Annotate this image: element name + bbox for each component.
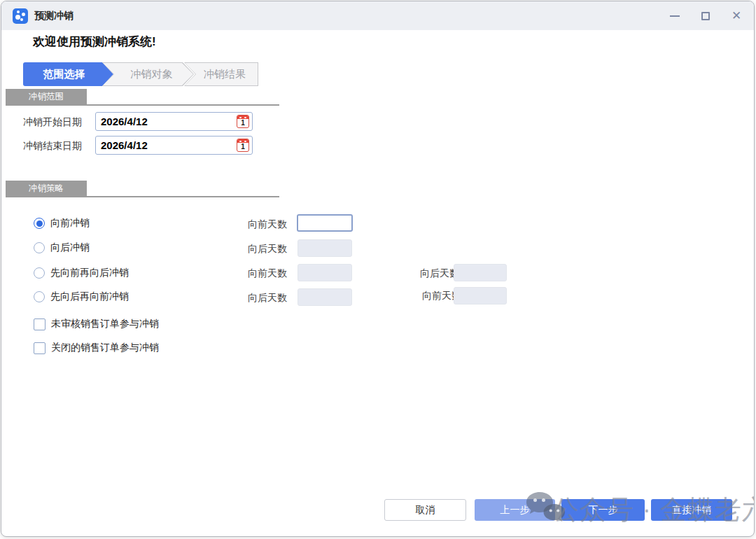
radio-backward-then-forward[interactable]: 先向后再向前冲销 (34, 288, 129, 305)
section-divider (6, 104, 279, 106)
start-date-input[interactable] (101, 113, 227, 130)
radio-forward-offset[interactable]: 向前冲销 (34, 215, 90, 232)
screen: 预测冲销 ✕ 欢迎使用预测冲销系统! 范围选择 冲销对象 冲销结果 冲销范围 冲… (0, 0, 756, 539)
close-icon[interactable]: ✕ (730, 10, 743, 22)
forward-days-label: 向前天数 (248, 218, 287, 231)
section-header-scope: 冲销范围 (6, 89, 87, 104)
step-tab-offset-result[interactable]: 冲销结果 (184, 62, 258, 86)
backward-days-field-disabled (298, 288, 352, 306)
section-divider (6, 196, 279, 197)
radio-backward-offset[interactable]: 向后冲销 (34, 239, 90, 256)
radio-label: 先向前再向后冲销 (50, 267, 129, 279)
minimize-icon[interactable] (668, 10, 681, 22)
direct-offset-button[interactable]: 直接冲销 (651, 499, 732, 521)
radio-icon (34, 242, 45, 253)
radio-label: 先向后再向前冲销 (50, 290, 129, 303)
radio-icon (34, 267, 45, 279)
backward-days-field-disabled (454, 264, 507, 281)
forward-days-field-disabled (298, 264, 352, 281)
step-tab-scope-select[interactable]: 范围选择 (23, 62, 113, 86)
step-label: 冲销对象 (102, 62, 194, 86)
step-label: 冲销结果 (184, 62, 258, 86)
app-icon (13, 8, 28, 24)
forward-days-field[interactable] (297, 214, 353, 232)
calendar-icon[interactable]: 1 (237, 139, 249, 152)
backward-days-label: 向后天数 (248, 243, 287, 255)
checkbox-label: 关闭的销售订单参与冲销 (51, 342, 159, 354)
step-label: 范围选择 (23, 62, 113, 86)
forward-days-input[interactable] (298, 216, 351, 230)
checkbox-label: 未审核销售订单参与冲销 (51, 318, 159, 330)
forward-days-label: 向前天数 (248, 267, 287, 280)
backward-days-field-disabled (298, 239, 352, 257)
forward-days-input (298, 265, 351, 281)
cancel-button[interactable]: 取消 (384, 499, 466, 521)
end-date-label: 冲销结束日期 (23, 140, 82, 153)
radio-label: 向后冲销 (50, 241, 90, 254)
section-header-strategy: 冲销策略 (6, 181, 87, 196)
checkbox-unaudited-orders[interactable]: 未审核销售订单参与冲销 (34, 318, 159, 330)
backward-days-label: 向后天数 (248, 292, 287, 304)
calendar-icon[interactable]: 1 (237, 115, 249, 128)
backward-days-input (298, 240, 351, 256)
app-window: 预测冲销 ✕ 欢迎使用预测冲销系统! 范围选择 冲销对象 冲销结果 冲销范围 冲… (1, 1, 755, 537)
forward-days-field-disabled (454, 287, 507, 304)
checkbox-icon (34, 318, 46, 330)
step-tab-offset-target[interactable]: 冲销对象 (102, 62, 194, 86)
backward-days-input (298, 289, 351, 305)
next-step-button[interactable]: 下一步 (561, 499, 645, 521)
forward-days-input (454, 288, 506, 304)
checkbox-closed-orders[interactable]: 关闭的销售订单参与冲销 (34, 342, 159, 354)
title-bar: 预测冲销 ✕ (1, 1, 754, 30)
checkbox-icon (34, 342, 46, 354)
radio-forward-then-backward[interactable]: 先向前再向后冲销 (34, 265, 129, 281)
maximize-icon[interactable] (699, 10, 712, 22)
radio-label: 向前冲销 (50, 217, 90, 230)
window-title: 预测冲销 (34, 10, 74, 22)
welcome-heading: 欢迎使用预测冲销系统! (33, 34, 156, 50)
radio-icon (34, 218, 45, 229)
start-date-label: 冲销开始日期 (23, 116, 82, 129)
end-date-input[interactable] (101, 136, 227, 154)
radio-icon (34, 291, 45, 302)
start-date-field[interactable]: 1 (95, 112, 253, 131)
end-date-field[interactable]: 1 (95, 136, 253, 155)
backward-days-input (454, 265, 506, 281)
prev-step-button[interactable]: 上一步 (475, 499, 555, 521)
